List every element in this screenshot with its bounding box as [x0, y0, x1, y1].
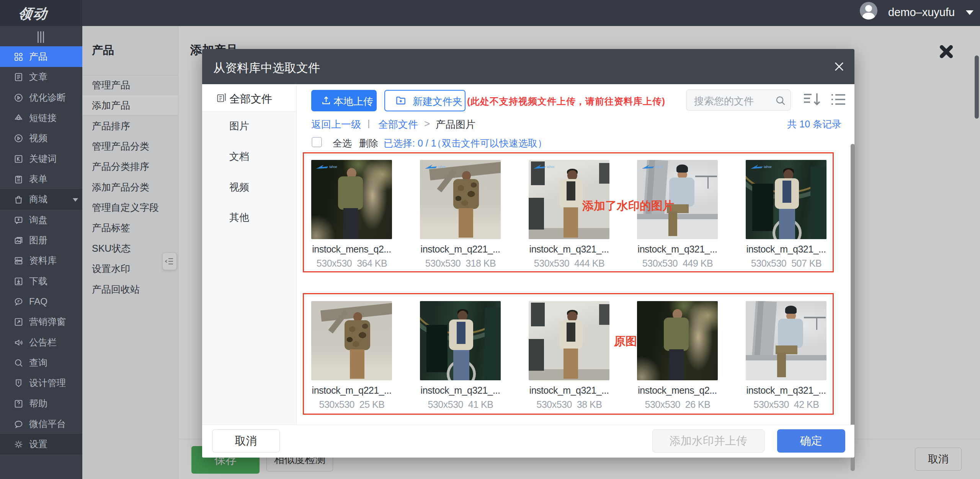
svg-text:tahoe: tahoe: [655, 165, 663, 169]
svg-text:tahoe: tahoe: [764, 165, 772, 169]
svg-text:tahoe: tahoe: [329, 165, 337, 169]
svg-text:tahoe: tahoe: [438, 165, 446, 169]
svg-text:tahoe: tahoe: [547, 165, 555, 169]
